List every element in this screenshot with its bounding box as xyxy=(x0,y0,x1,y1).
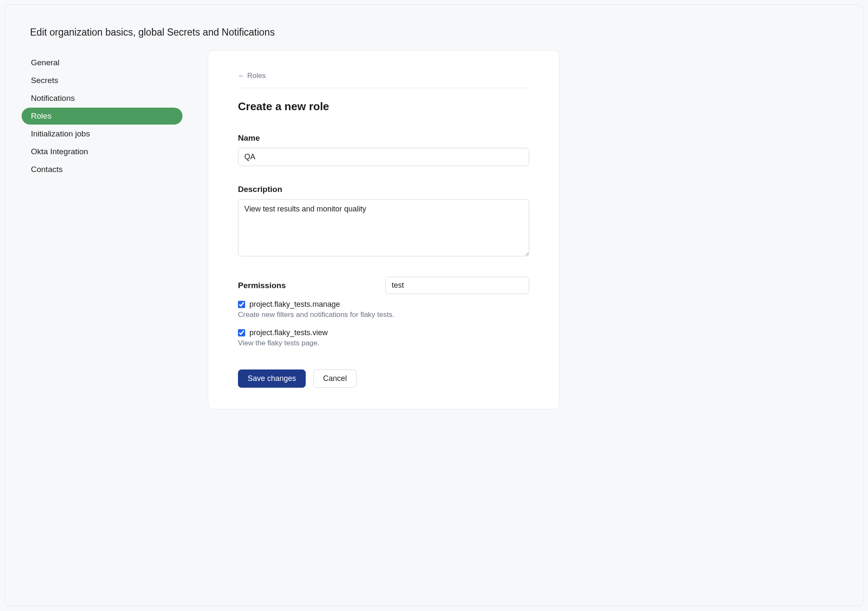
panel-heading: Create a new role xyxy=(238,100,529,113)
permission-checkbox-view[interactable] xyxy=(238,329,245,336)
permission-name: project.flaky_tests.manage xyxy=(249,300,340,309)
description-input[interactable]: View test results and monitor quality xyxy=(238,199,529,256)
breadcrumb-back[interactable]: ← Roles xyxy=(238,72,529,88)
permission-checkbox-manage[interactable] xyxy=(238,301,245,308)
name-form-group: Name xyxy=(238,133,529,166)
sidebar-item-general[interactable]: General xyxy=(22,54,182,71)
permissions-header: Permissions xyxy=(238,277,529,294)
permission-item-manage: project.flaky_tests.manage Create new fi… xyxy=(238,300,529,319)
breadcrumb-label: Roles xyxy=(247,72,265,80)
permission-desc: View the flaky tests page. xyxy=(238,339,529,347)
settings-sidebar: General Secrets Notifications Roles Init… xyxy=(22,50,182,409)
permissions-form-group: Permissions project.flaky_tests.manage C… xyxy=(238,277,529,347)
main-panel: ← Roles Create a new role Name Descripti… xyxy=(208,50,559,409)
description-label: Description xyxy=(238,185,529,194)
sidebar-item-secrets[interactable]: Secrets xyxy=(22,72,182,89)
permission-row: project.flaky_tests.manage xyxy=(238,300,529,309)
name-input[interactable] xyxy=(238,148,529,166)
page-header: Edit organization basics, global Secrets… xyxy=(5,5,863,50)
sidebar-item-notifications[interactable]: Notifications xyxy=(22,90,182,107)
arrow-left-icon: ← xyxy=(238,72,245,80)
permissions-filter-input[interactable] xyxy=(385,277,529,294)
description-form-group: Description View test results and monito… xyxy=(238,185,529,258)
cancel-button[interactable]: Cancel xyxy=(313,369,357,388)
content-area: General Secrets Notifications Roles Init… xyxy=(5,50,863,409)
permission-item-view: project.flaky_tests.view View the flaky … xyxy=(238,328,529,347)
page-wrapper: Edit organization basics, global Secrets… xyxy=(4,4,864,606)
page-title: Edit organization basics, global Secrets… xyxy=(30,27,838,38)
button-row: Save changes Cancel xyxy=(238,369,529,388)
save-button[interactable]: Save changes xyxy=(238,369,306,388)
permission-desc: Create new filters and notifications for… xyxy=(238,311,529,319)
sidebar-item-contacts[interactable]: Contacts xyxy=(22,161,182,178)
permission-name: project.flaky_tests.view xyxy=(249,328,328,337)
permission-row: project.flaky_tests.view xyxy=(238,328,529,337)
sidebar-item-initialization-jobs[interactable]: Initialization jobs xyxy=(22,125,182,142)
permissions-label: Permissions xyxy=(238,281,286,290)
sidebar-item-roles[interactable]: Roles xyxy=(22,108,182,125)
sidebar-item-okta-integration[interactable]: Okta Integration xyxy=(22,143,182,160)
name-label: Name xyxy=(238,133,529,143)
